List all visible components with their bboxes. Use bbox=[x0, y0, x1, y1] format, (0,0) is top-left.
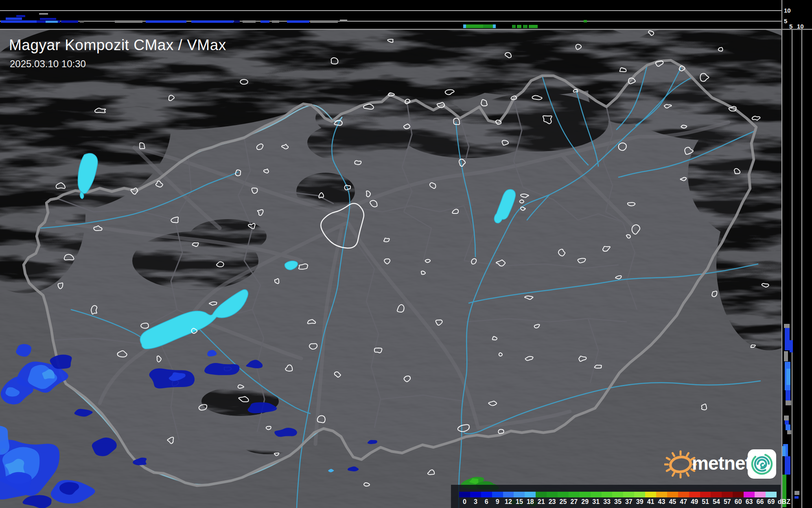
profile-echo-segment bbox=[529, 25, 538, 28]
profile-echo-segment bbox=[46, 21, 58, 23]
legend-label: 51 bbox=[700, 498, 711, 506]
legend-cell bbox=[558, 492, 569, 497]
profile-echo-segment bbox=[784, 324, 790, 328]
right-axis-label-5: 5 bbox=[789, 23, 792, 30]
legend-cell bbox=[733, 492, 744, 497]
legend-cell bbox=[492, 492, 503, 497]
profile-echo-segment bbox=[493, 24, 496, 28]
legend-unit-label: dBZ bbox=[777, 498, 797, 506]
profile-echo-segment bbox=[786, 424, 790, 430]
legend-cell bbox=[689, 492, 700, 497]
profile-echo-segment bbox=[463, 24, 466, 28]
profile-echo-segment bbox=[786, 390, 790, 400]
profile-echo-segment bbox=[310, 20, 338, 23]
legend-label: 12 bbox=[503, 498, 514, 506]
legend-cell bbox=[711, 492, 722, 497]
legend-label: 0 bbox=[459, 498, 470, 506]
legend-label: 47 bbox=[678, 498, 689, 506]
branding-block: metnet bbox=[664, 446, 781, 482]
legend-label: 18 bbox=[525, 498, 536, 506]
profile-echo-segment bbox=[287, 20, 309, 23]
profile-echo-segment bbox=[1, 20, 37, 23]
profile-echo-segment bbox=[340, 20, 347, 22]
profile-echo-segment bbox=[786, 400, 791, 405]
profile-echo-segment bbox=[466, 24, 483, 28]
top-axis-label-10: 10 bbox=[784, 7, 791, 14]
profile-echo-segment bbox=[785, 420, 789, 424]
legend-cell bbox=[470, 492, 481, 497]
profile-echo-segment bbox=[517, 25, 521, 28]
legend-cell bbox=[678, 492, 689, 497]
profile-echo-segment bbox=[6, 18, 22, 20]
legend-label: 29 bbox=[580, 498, 591, 506]
profile-echo-segment bbox=[115, 20, 142, 23]
legend-label: 63 bbox=[744, 498, 755, 506]
timestamp: 2025.03.10 10:30 bbox=[10, 58, 86, 70]
profile-echo-segment bbox=[794, 491, 799, 495]
profile-echo-segment bbox=[790, 340, 793, 352]
logo-wordmark: metnet bbox=[692, 452, 751, 474]
legend-cell bbox=[634, 492, 645, 497]
profile-echo-segment bbox=[786, 369, 790, 385]
profile-echo-segment bbox=[784, 351, 788, 361]
profile-echo-segment bbox=[234, 20, 240, 23]
legend-label: 23 bbox=[547, 498, 558, 506]
legend-cell bbox=[656, 492, 667, 497]
legend-cell bbox=[525, 492, 536, 497]
legend-label: 43 bbox=[656, 498, 667, 506]
legend-cell bbox=[602, 492, 613, 497]
legend-cell bbox=[503, 492, 514, 497]
legend-cell bbox=[755, 492, 766, 497]
profile-echo-segment bbox=[785, 328, 790, 350]
right-axis-label-10: 10 bbox=[797, 23, 804, 30]
legend-label: 66 bbox=[755, 498, 766, 506]
spiral-app-icon bbox=[747, 449, 777, 479]
legend-cell bbox=[722, 492, 733, 497]
legend-cell bbox=[700, 492, 711, 497]
legend-label: 45 bbox=[667, 498, 678, 506]
dbz-colorbar-labels: 0369121518212325272931333537394143454749… bbox=[459, 498, 797, 506]
legend-label: 25 bbox=[558, 498, 569, 506]
map-area bbox=[0, 16, 812, 508]
profile-echo-segment bbox=[785, 456, 790, 475]
profile-echo-segment bbox=[523, 25, 527, 28]
legend-label: 60 bbox=[733, 498, 744, 506]
legend-label: 31 bbox=[591, 498, 602, 506]
page-title: Magyar Kompozit CMax / VMax bbox=[9, 37, 226, 54]
legend-cell bbox=[591, 492, 602, 497]
legend-cell bbox=[481, 492, 492, 497]
profile-echo-segment bbox=[61, 20, 78, 23]
profile-echo-segment bbox=[146, 20, 186, 23]
top-profile-panel bbox=[0, 0, 812, 29]
legend-cell bbox=[536, 492, 547, 497]
legend-cell bbox=[612, 492, 623, 497]
legend-label: 49 bbox=[689, 498, 700, 506]
legend-label: 41 bbox=[645, 498, 656, 506]
legend-label: 57 bbox=[722, 498, 733, 506]
top-axis-label-5: 5 bbox=[784, 18, 787, 24]
profile-echo-segment bbox=[16, 15, 25, 17]
legend-cell bbox=[645, 492, 656, 497]
legend-cell bbox=[514, 492, 525, 497]
legend-cell bbox=[667, 492, 678, 497]
legend-cell bbox=[580, 492, 591, 497]
dbz-colorbar bbox=[459, 492, 777, 497]
profile-echo-segment bbox=[260, 20, 269, 23]
profile-echo-segment bbox=[784, 416, 789, 420]
legend-band: 0369121518212325272931333537394143454749… bbox=[451, 485, 781, 508]
legend-label: 15 bbox=[514, 498, 525, 506]
legend-label: 54 bbox=[711, 498, 722, 506]
legend-label: 35 bbox=[612, 498, 623, 506]
profile-echo-segment bbox=[584, 20, 587, 22]
legend-cell bbox=[766, 492, 777, 497]
profile-echo-segment bbox=[787, 430, 791, 434]
legend-label: 33 bbox=[602, 498, 613, 506]
legend-label: 21 bbox=[536, 498, 547, 506]
profile-echo-segment bbox=[191, 20, 234, 23]
profile-echo-segment bbox=[40, 18, 56, 20]
legend-cell bbox=[547, 492, 558, 497]
radar-product-screen: Magyar Kompozit CMax / VMax 2025.03.10 1… bbox=[0, 0, 812, 508]
legend-label: 3 bbox=[470, 498, 481, 506]
radar-map-canvas bbox=[0, 0, 812, 508]
legend-label: 6 bbox=[481, 498, 492, 506]
